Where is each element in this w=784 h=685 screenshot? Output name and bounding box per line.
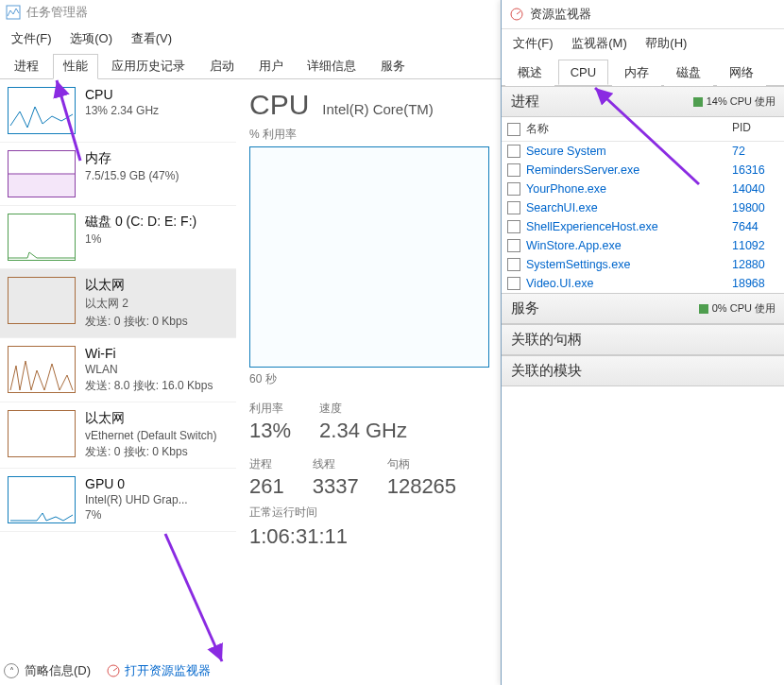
stat-value: 13% (249, 419, 291, 443)
checkbox[interactable] (507, 145, 520, 158)
section-services[interactable]: 服务 0% CPU 使用 (502, 293, 784, 324)
checkbox[interactable] (507, 123, 520, 136)
title-bar: 任务管理器 (0, 0, 501, 25)
tab-overview[interactable]: 概述 (505, 59, 554, 86)
col-pid[interactable]: PID (732, 121, 779, 137)
checkbox[interactable] (507, 220, 520, 233)
stat-label: 进程 (249, 456, 284, 472)
svg-line-4 (113, 668, 117, 671)
tab-details[interactable]: 详细信息 (297, 54, 366, 78)
section-processes[interactable]: 进程 14% CPU 使用 (502, 86, 784, 117)
section-title: 进程 (511, 93, 539, 111)
menu-help[interactable]: 帮助(H) (638, 31, 694, 56)
tab-cpu[interactable]: CPU (558, 60, 608, 85)
perf-sidebar: CPU13% 2.34 GHz 内存7.5/15.9 GB (47%) 磁盘 0… (0, 79, 236, 685)
tab-startup[interactable]: 启动 (199, 54, 245, 78)
cpu-model: Intel(R) Core(TM) (322, 101, 434, 117)
sidebar-item-wifi[interactable]: Wi-FiWLAN发送: 8.0 接收: 16.0 Kbps (0, 338, 236, 402)
less-label: 简略信息(D) (25, 662, 91, 679)
ethernet-thumb-icon (8, 410, 76, 457)
sidebar-item-vethernet[interactable]: 以太网vEthernet (Default Switch)发送: 0 接收: 0… (0, 402, 236, 469)
sidebar-item-disk[interactable]: 磁盘 0 (C: D: E: F:)1% (0, 206, 236, 269)
tab-services[interactable]: 服务 (370, 54, 416, 78)
memory-thumb-icon (8, 150, 76, 197)
checkbox[interactable] (507, 182, 520, 196)
resmon-icon (106, 663, 121, 678)
tab-network[interactable]: 网络 (717, 59, 766, 86)
cpu-chart (249, 146, 489, 368)
detail-pane: CPU Intel(R) Core(TM) % 利用率 60 秒 利用率13% … (236, 79, 501, 685)
process-row[interactable]: RemindersServer.exe16316 (502, 161, 784, 180)
uptime-value: 1:06:31:11 (249, 524, 487, 549)
footer: ˄简略信息(D) 打开资源监视器 (4, 662, 226, 679)
ethernet-thumb-icon (8, 277, 76, 324)
tab-app-history[interactable]: 应用历史记录 (101, 54, 196, 78)
tab-disk[interactable]: 磁盘 (664, 59, 713, 86)
sidebar-item-ethernet[interactable]: 以太网以太网 2发送: 0 接收: 0 Kbps (0, 269, 236, 338)
checkbox[interactable] (507, 201, 520, 214)
tab-users[interactable]: 用户 (248, 54, 294, 78)
cpu-thumb-icon (8, 87, 76, 134)
util-label: % 利用率 (249, 127, 487, 143)
cpu-usage-badge: 14% CPU 使用 (693, 94, 775, 109)
sidebar-title: GPU 0 (85, 476, 188, 491)
section-title: 服务 (511, 300, 539, 317)
menu-file[interactable]: 文件(F) (505, 31, 561, 56)
stat-value: 3337 (313, 474, 359, 499)
process-row[interactable]: WinStore.App.exe11092 (502, 236, 784, 255)
checkbox[interactable] (507, 277, 520, 290)
section-modules[interactable]: 关联的模块 (502, 355, 784, 386)
sidebar-sub2: 7% (85, 508, 188, 522)
cpu-usage-badge: 0% CPU 使用 (699, 301, 775, 316)
checkbox[interactable] (507, 258, 520, 271)
menu-view[interactable]: 查看(V) (124, 26, 179, 51)
sidebar-item-cpu[interactable]: CPU13% 2.34 GHz (0, 79, 236, 143)
checkbox[interactable] (507, 239, 520, 252)
process-row[interactable]: YourPhone.exe14040 (502, 180, 784, 198)
svg-rect-1 (9, 174, 75, 197)
task-manager-window: 任务管理器 文件(F) 选项(O) 查看(V) 进程 性能 应用历史记录 启动 … (0, 0, 501, 685)
less-details-button[interactable]: ˄简略信息(D) (4, 662, 91, 679)
stat-label: 利用率 (249, 401, 291, 417)
process-row[interactable]: Secure System72 (502, 142, 784, 161)
sidebar-item-gpu[interactable]: GPU 0Intel(R) UHD Grap...7% (0, 469, 236, 532)
svg-line-6 (517, 11, 520, 14)
section-title: 关联的模块 (511, 362, 582, 380)
sidebar-title: 以太网 (85, 410, 216, 427)
tab-processes[interactable]: 进程 (4, 54, 49, 78)
task-manager-icon (6, 5, 21, 20)
sidebar-sub: 1% (85, 232, 196, 246)
sidebar-sub: 13% 2.34 GHz (85, 104, 159, 117)
chevron-up-icon: ˄ (4, 663, 19, 678)
tab-memory[interactable]: 内存 (612, 59, 661, 86)
resmon-icon (509, 7, 524, 22)
sidebar-item-memory[interactable]: 内存7.5/15.9 GB (47%) (0, 143, 236, 206)
detail-heading: CPU (249, 89, 309, 121)
usage-icon (693, 97, 703, 107)
menu-file[interactable]: 文件(F) (4, 26, 60, 51)
tab-performance[interactable]: 性能 (53, 54, 98, 79)
tab-bar: 概述 CPU 内存 磁盘 网络 (502, 58, 784, 86)
menu-monitor[interactable]: 监视器(M) (564, 31, 635, 56)
stat-label: 线程 (313, 456, 359, 472)
sidebar-sub2: 发送: 0 接收: 0 Kbps (85, 314, 188, 330)
process-row[interactable]: ShellExperienceHost.exe7644 (502, 217, 784, 236)
sidebar-title: 内存 (85, 150, 179, 167)
sidebar-sub2: 发送: 8.0 接收: 16.0 Kbps (85, 378, 213, 394)
usage-icon (699, 304, 708, 314)
col-name[interactable]: 名称 (526, 121, 549, 137)
sidebar-title: Wi-Fi (85, 346, 213, 361)
process-row[interactable]: Video.UI.exe18968 (502, 274, 784, 293)
menu-options[interactable]: 选项(O) (62, 26, 120, 51)
sidebar-title: 磁盘 0 (C: D: E: F:) (85, 214, 196, 231)
sidebar-title: CPU (85, 87, 159, 102)
title-bar: 资源监视器 (502, 0, 784, 29)
wifi-thumb-icon (8, 346, 76, 393)
chart-axis: 60 秒 (249, 371, 487, 387)
process-row[interactable]: SystemSettings.exe12880 (502, 255, 784, 274)
checkbox[interactable] (507, 163, 520, 177)
process-row[interactable]: SearchUI.exe19800 (502, 198, 784, 217)
open-resmon-link[interactable]: 打开资源监视器 (106, 662, 211, 679)
stat-label: 句柄 (387, 456, 456, 472)
section-handles[interactable]: 关联的句柄 (502, 324, 784, 355)
